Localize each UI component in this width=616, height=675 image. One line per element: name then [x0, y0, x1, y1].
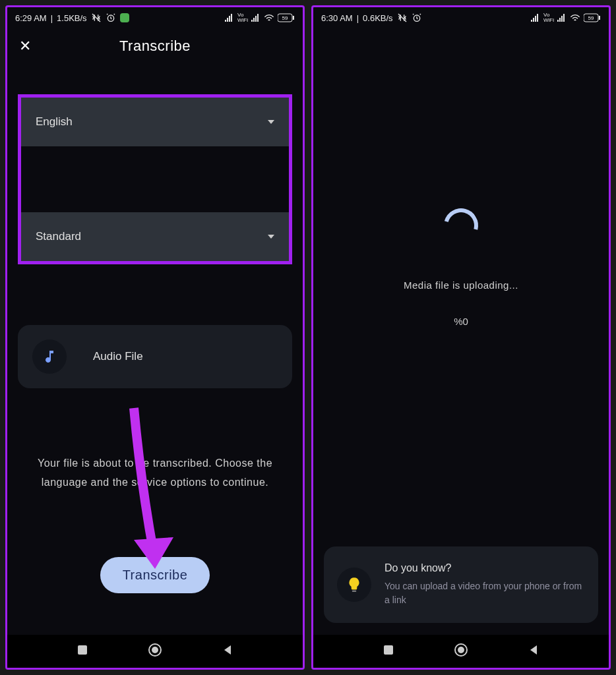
- chevron-down-icon: [268, 235, 274, 239]
- nav-home-icon[interactable]: [148, 643, 162, 660]
- audio-file-card[interactable]: Audio File: [18, 325, 292, 388]
- tip-body: You can upload a video from your phone o…: [385, 579, 585, 607]
- svg-point-32: [458, 647, 464, 653]
- svg-rect-8: [255, 16, 257, 22]
- page-title: Transcribe: [119, 38, 191, 55]
- vowifi-icon: VoWiFi: [237, 13, 248, 23]
- svg-rect-2: [225, 20, 226, 22]
- tip-icon-circle: [337, 568, 371, 602]
- status-bar: 6:29 AM | 1.5KB/s VoWiFi 59: [7, 7, 303, 28]
- svg-rect-4: [229, 16, 230, 22]
- app-header: ✕ Transcribe: [7, 28, 303, 61]
- wifi-icon: [264, 13, 274, 22]
- signal-icon: [225, 14, 234, 22]
- phone-left: 6:29 AM | 1.5KB/s VoWiFi 59: [5, 5, 305, 670]
- svg-rect-6: [251, 20, 253, 22]
- status-speed: 1.5KB/s: [57, 13, 87, 23]
- chevron-down-icon: [268, 120, 274, 124]
- lightbulb-icon: [346, 576, 363, 593]
- nav-back-icon[interactable]: [528, 644, 539, 659]
- svg-rect-11: [293, 16, 294, 20]
- language-value: English: [36, 115, 73, 129]
- loading-message: Media file is uploading...: [404, 279, 518, 291]
- nav-back-icon[interactable]: [222, 644, 233, 659]
- tip-title: Do you know?: [385, 562, 585, 574]
- loading-area: Media file is uploading... %0: [313, 5, 609, 546]
- signal2-icon: [251, 14, 261, 22]
- svg-rect-13: [78, 645, 87, 655]
- phone-right: 6:30 AM | 0.6KB/s VoWiFi 59: [311, 5, 611, 670]
- loading-percent: %0: [454, 316, 468, 327]
- audio-file-label: Audio File: [81, 350, 278, 363]
- svg-rect-5: [231, 14, 232, 22]
- close-icon[interactable]: ✕: [19, 38, 31, 55]
- mode-dropdown[interactable]: Standard: [21, 212, 289, 261]
- battery-icon: 59: [278, 13, 295, 22]
- svg-rect-7: [253, 18, 255, 22]
- svg-rect-9: [257, 14, 259, 22]
- language-dropdown[interactable]: English: [21, 98, 289, 146]
- app-badge-icon: [120, 13, 129, 22]
- mode-value: Standard: [36, 230, 81, 243]
- instruction-text: Your file is about to be transcribed. Ch…: [18, 454, 292, 492]
- options-highlight: English Standard: [18, 94, 292, 264]
- svg-rect-29: [352, 591, 357, 592]
- vibrate-icon: [91, 13, 102, 23]
- tip-card: Do you know? You can upload a video from…: [324, 546, 598, 623]
- android-nav-bar: [7, 635, 303, 668]
- svg-rect-3: [227, 18, 228, 22]
- transcribe-button[interactable]: Transcribe: [100, 557, 210, 593]
- spinner-icon: [437, 202, 484, 249]
- svg-text:59: 59: [282, 15, 288, 21]
- android-nav-bar: [313, 635, 609, 668]
- svg-rect-30: [384, 645, 393, 655]
- nav-home-icon[interactable]: [454, 643, 468, 660]
- music-note-icon: [42, 349, 57, 365]
- status-time: 6:29 AM: [15, 13, 47, 23]
- nav-recent-icon[interactable]: [383, 644, 394, 659]
- audio-icon-circle: [32, 339, 67, 374]
- nav-recent-icon[interactable]: [77, 644, 88, 659]
- svg-point-15: [152, 647, 158, 653]
- alarm-icon: [106, 13, 116, 23]
